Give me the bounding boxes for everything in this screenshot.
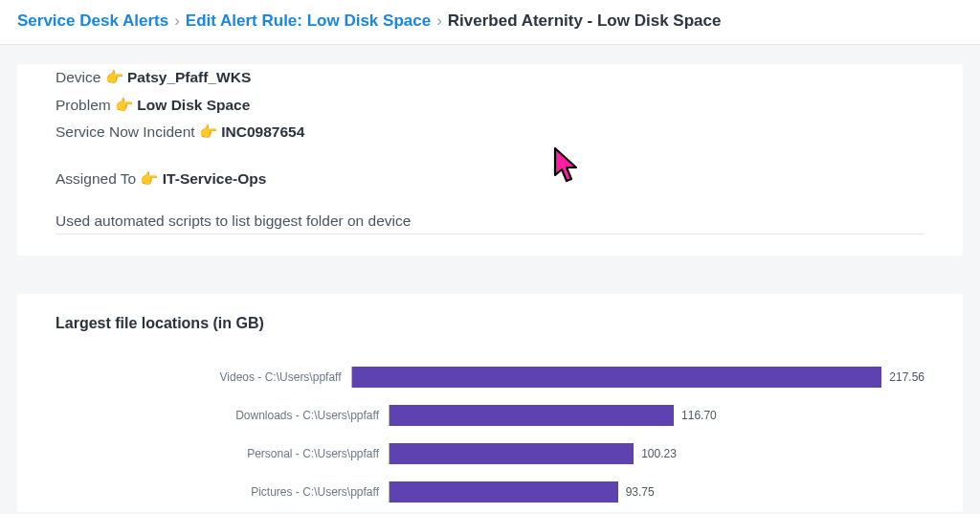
- bar-row: Personal - C:\Users\ppfaff100.23: [56, 443, 924, 464]
- detail-incident: Service Now Incident 👉 INC0987654: [56, 119, 924, 146]
- chart-card: Largest file locations (in GB) Videos - …: [17, 294, 963, 512]
- detail-problem-label: Problem: [56, 97, 111, 113]
- breadcrumb: Service Desk Alerts › Edit Alert Rule: L…: [0, 0, 980, 45]
- breadcrumb-l3: Riverbed Aternity - Low Disk Space: [448, 11, 722, 31]
- detail-assigned: Assigned To 👉 IT-Service-Ops: [56, 166, 924, 193]
- detail-note: Used automated scripts to list biggest f…: [56, 212, 924, 234]
- bar-row: Pictures - C:\Users\ppfaff93.75: [56, 481, 924, 503]
- bar-label: Personal - C:\Users\ppfaff: [56, 447, 389, 460]
- bar-fill: [390, 443, 634, 464]
- bar-fill: [390, 405, 674, 426]
- bar-fill: [352, 367, 882, 388]
- details-card: Device 👉 Patsy_Pfaff_WKS Problem 👉 Low D…: [17, 64, 963, 256]
- bar-track: 217.56: [351, 367, 924, 388]
- detail-problem: Problem 👉 Low Disk Space: [56, 92, 924, 120]
- bar-row: Downloads - C:\Users\ppfaff116.70: [56, 405, 924, 426]
- detail-assigned-value: IT-Service-Ops: [163, 170, 267, 187]
- breadcrumb-l1[interactable]: Service Desk Alerts: [17, 11, 168, 31]
- detail-incident-value: INC0987654: [221, 123, 304, 140]
- detail-incident-label: Service Now Incident: [56, 123, 195, 140]
- chevron-right-icon: ›: [174, 11, 180, 31]
- pointing-hand-icon: 👉: [140, 166, 158, 193]
- bar-track: 100.23: [389, 443, 924, 464]
- detail-device: Device 👉 Patsy_Pfaff_WKS: [56, 64, 924, 92]
- bar-row: Videos - C:\Users\ppfaff217.56: [56, 367, 924, 388]
- bar-track: 93.75: [389, 481, 924, 503]
- detail-device-label: Device: [56, 69, 100, 85]
- content-panel: Device 👉 Patsy_Pfaff_WKS Problem 👉 Low D…: [0, 45, 980, 512]
- bar-value: 93.75: [626, 485, 655, 499]
- bar-label: Downloads - C:\Users\ppfaff: [56, 409, 389, 422]
- bar-fill: [390, 481, 618, 503]
- detail-assigned-label: Assigned To: [56, 170, 136, 187]
- bar-label: Videos - C:\Users\ppfaff: [56, 370, 351, 384]
- chevron-right-icon: ›: [436, 11, 442, 31]
- divider: [56, 234, 924, 235]
- chart-title: Largest file locations (in GB): [56, 315, 924, 332]
- bar-value: 217.56: [889, 370, 924, 384]
- bar-label: Pictures - C:\Users\ppfaff: [56, 485, 389, 499]
- pointing-hand-icon: 👉: [199, 119, 217, 146]
- bar-track: 116.70: [389, 405, 924, 426]
- detail-device-value: Patsy_Pfaff_WKS: [127, 69, 251, 85]
- bar-value: 100.23: [641, 447, 677, 460]
- bar-value: 116.70: [681, 409, 717, 422]
- breadcrumb-l2[interactable]: Edit Alert Rule: Low Disk Space: [186, 11, 431, 31]
- pointing-hand-icon: 👉: [115, 92, 133, 120]
- chart-area: Videos - C:\Users\ppfaff217.56Downloads …: [56, 359, 924, 503]
- detail-problem-value: Low Disk Space: [137, 97, 250, 113]
- pointing-hand-icon: 👉: [105, 64, 123, 92]
